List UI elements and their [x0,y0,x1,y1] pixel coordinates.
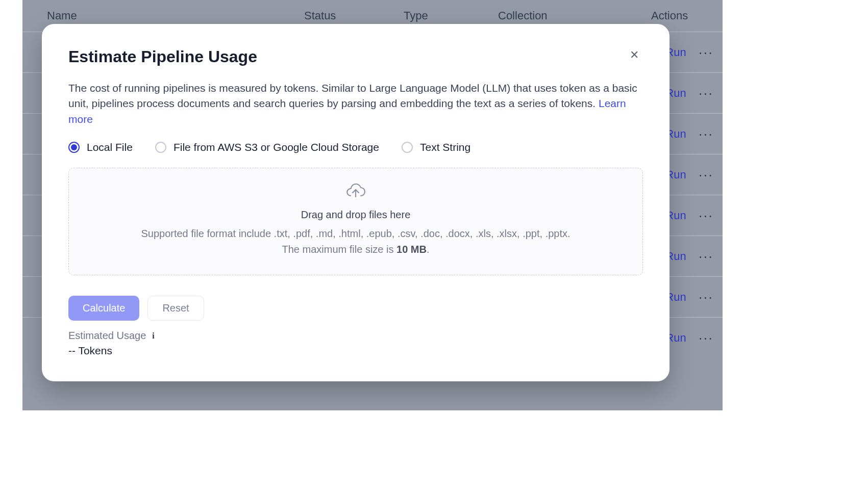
more-actions-icon[interactable]: ··· [693,330,718,346]
dropzone-size-value: 10 MB [396,244,427,255]
more-actions-icon[interactable]: ··· [693,126,718,142]
more-actions-icon[interactable]: ··· [693,248,718,265]
estimated-usage-value: -- Tokens [68,345,643,357]
column-header-status: Status [304,9,404,22]
radio-icon [155,142,166,153]
more-actions-icon[interactable]: ··· [693,289,718,305]
column-header-collection: Collection [498,9,651,22]
source-option-text[interactable]: Text String [402,141,470,153]
source-option-local[interactable]: Local File [68,141,133,153]
source-option-label: File from AWS S3 or Google Cloud Storage [173,141,379,153]
source-option-label: Local File [87,141,133,153]
dropzone-formats: Supported file format include .txt, .pdf… [141,228,570,239]
reset-button[interactable]: Reset [147,296,204,321]
calculate-button[interactable]: Calculate [68,296,139,321]
column-header-actions: Actions [651,9,716,22]
dropzone-title: Drag and drop files here [79,209,632,221]
modal-title: Estimate Pipeline Usage [68,47,257,66]
source-type-radio-group: Local FileFile from AWS S3 or Google Clo… [68,141,643,153]
dropzone-size-suffix: . [427,244,430,255]
more-actions-icon[interactable]: ··· [693,167,718,183]
estimate-pipeline-usage-modal: Estimate Pipeline Usage ✕ The cost of ru… [42,24,669,381]
info-icon[interactable]: i [152,331,154,341]
source-option-label: Text String [420,141,470,153]
radio-icon [68,142,80,153]
column-header-name: Name [29,9,304,22]
close-button[interactable]: ✕ [626,47,643,63]
upload-cloud-icon [345,184,366,202]
file-dropzone[interactable]: Drag and drop files here Supported file … [68,168,643,275]
more-actions-icon[interactable]: ··· [693,44,718,61]
modal-description-text: The cost of running pipelines is measure… [68,82,637,109]
more-actions-icon[interactable]: ··· [693,207,718,224]
radio-icon [402,142,413,153]
dropzone-size-prefix: The maximum file size is [282,244,397,255]
more-actions-icon[interactable]: ··· [693,85,718,101]
estimated-usage-label: Estimated Usage [68,330,146,342]
close-icon: ✕ [630,48,639,61]
dropzone-subtext: Supported file format include .txt, .pdf… [79,226,632,257]
modal-description: The cost of running pipelines is measure… [68,81,643,127]
column-header-type: Type [404,9,498,22]
source-option-cloud[interactable]: File from AWS S3 or Google Cloud Storage [155,141,379,153]
